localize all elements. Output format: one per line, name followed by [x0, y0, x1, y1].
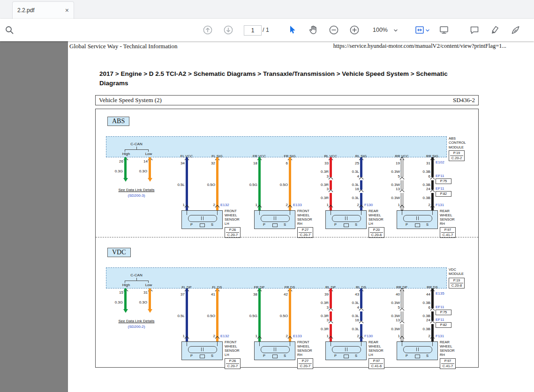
wire [258, 288, 261, 341]
pin-number: 38 [251, 292, 257, 296]
joint-connector-ref: P.82 [436, 191, 451, 197]
pin-number: 2 [209, 334, 215, 338]
terminal-p: P [190, 354, 193, 358]
wire-code: 0.3B [418, 170, 430, 174]
section-divider [96, 237, 478, 237]
pin-number: 6 [424, 174, 430, 178]
sensor-box: P S [325, 210, 367, 229]
page-up-button[interactable] [202, 24, 213, 36]
module-connector-label: E102 [436, 160, 444, 164]
wire-code: 0.3L [347, 183, 359, 187]
wire [360, 288, 362, 341]
wire-code: 0.3R [316, 196, 329, 200]
sensor-name: FRONT WHEEL SENSOR LH [225, 209, 240, 226]
pin-number: 2 [353, 203, 359, 207]
ccan-low-wire [149, 157, 151, 178]
terminal-s: S [284, 222, 286, 227]
wire [330, 288, 332, 341]
search-icon[interactable] [4, 24, 15, 36]
page-down-button[interactable] [223, 24, 234, 36]
pin-number: 25 [353, 161, 359, 165]
pin-number: 19 [393, 161, 400, 165]
wire-code: 0.3W [388, 314, 400, 318]
sensor-box: P S [181, 210, 223, 229]
fit-page-caret-icon[interactable] [425, 28, 436, 39]
select-tool-button[interactable] [287, 24, 298, 36]
pin-number: 15 [117, 290, 123, 295]
pin-number: 1 [393, 203, 400, 207]
diagram-title: Vehicle Speed System (2) [99, 96, 162, 104]
module-name: VDC MODULE [449, 267, 464, 276]
pin-number: 4 [353, 174, 359, 178]
wire [216, 288, 218, 341]
wire [289, 288, 291, 341]
arrow-down-icon [123, 309, 128, 313]
sensor-ref: P.26 C.20-7 [225, 227, 241, 238]
draw-button[interactable] [510, 24, 521, 36]
sensor-ref: P.97 C.41-7 [440, 227, 456, 238]
sensor-box: P S [325, 341, 367, 360]
pin-number: 24 [424, 318, 430, 322]
pin-number: 26 [117, 159, 123, 163]
wire-code: 0.5O [203, 314, 215, 318]
terminal-p: P [406, 354, 408, 358]
pin-number: 13 [393, 187, 400, 191]
wire-code: 0.5O [276, 183, 288, 187]
page-count-label: / 1 [263, 27, 269, 33]
data-link-note: See Data Link Details [101, 319, 172, 323]
sensor-ref: P.20 C.20-6 [369, 227, 384, 238]
arrow-down-icon [123, 178, 128, 182]
section-label: VDC [107, 248, 131, 257]
pin-number: 2 [281, 334, 288, 338]
pin-number: 40 [393, 292, 400, 296]
pin-number: 1 [178, 334, 185, 338]
pin-number: 1 [322, 334, 329, 338]
wheel-sensor-group-rr: RR VCC RR SIG 19 31 E102 0.3W 0.3B 5 6 [394, 154, 479, 238]
abs-section: ABS ABS CONTROL MODULE P.19 C.20-2 C-CAN… [96, 109, 479, 237]
sensor-ref: P.97 C.41-7 [440, 358, 456, 369]
wire [186, 288, 188, 341]
zoom-out-button[interactable] [328, 24, 339, 36]
terminal-s: S [355, 222, 357, 227]
terminal-p: P [406, 222, 408, 227]
fit-page-button[interactable] [414, 24, 425, 36]
sensor-name: REAR WHEEL SENSOR LH [369, 340, 384, 357]
ccan-low-label: Low [142, 283, 156, 287]
wire-code: 0.3R [316, 327, 329, 331]
pdf-tab[interactable]: 2.2.pdf × [12, 1, 74, 19]
wire-code: 0.5G [245, 314, 257, 318]
pin-number: 14 [141, 159, 148, 163]
terminal-p: P [190, 222, 193, 227]
wire-code: 0.3O [135, 169, 147, 173]
wire-code: 0.5O [276, 314, 288, 318]
wire [216, 157, 218, 210]
ccan-label: C-CAN [123, 142, 150, 146]
terminal-p: P [334, 354, 337, 358]
wheel-sensor-group-fl: FL VCC FL SIG 34 32 0.5L 0.5O 1 2 [179, 154, 263, 238]
connector-label: E133 [293, 334, 302, 338]
comment-button[interactable] [469, 24, 480, 36]
page-input[interactable] [244, 25, 262, 36]
zoom-level-dropdown[interactable]: 100% [373, 27, 388, 33]
wire-code: 0.3W [388, 170, 400, 174]
diagram-outer-box: ABS ABS CONTROL MODULE P.19 C.20-2 C-CAN… [95, 109, 479, 368]
pin-number: 1 [393, 334, 400, 338]
sensor-ref: P.27 C.20-7 [297, 358, 313, 369]
zoom-in-button[interactable] [349, 24, 360, 36]
hand-tool-button[interactable] [308, 24, 319, 36]
highlight-button[interactable] [489, 24, 501, 36]
tab-close-icon[interactable]: × [65, 7, 69, 14]
pin-number: 18 [251, 161, 257, 165]
presentation-mode-button[interactable] [438, 24, 450, 36]
sensor-box: P S [254, 341, 295, 360]
wire-code: 0.3W [388, 301, 400, 305]
pin-number: 5 [393, 305, 400, 310]
pin-number: 6 [281, 161, 288, 165]
zoom-caret-icon[interactable] [393, 28, 404, 39]
pdf-viewport[interactable]: Global Service Way - Technical Informati… [0, 41, 534, 392]
pin-number: 16 [353, 318, 359, 322]
wire-code: 0.3R [316, 301, 329, 305]
pin-number: 39 [322, 292, 329, 296]
connector-label: E132 [220, 334, 229, 338]
document-header-url: https://service.hyundai-motor.com/manual… [333, 43, 506, 50]
